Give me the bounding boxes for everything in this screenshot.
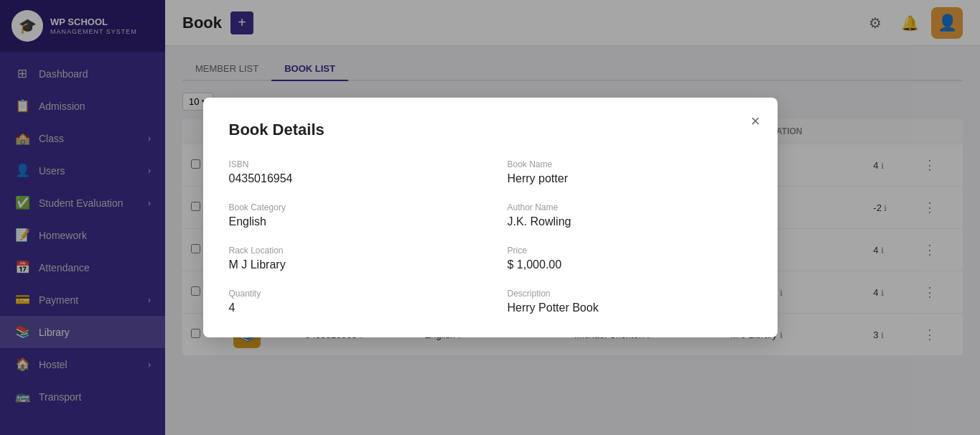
modal-overlay[interactable]: Book Details × ISBN 0435016954 Book Name… [0, 0, 980, 435]
price-value: $ 1,000.00 [508, 258, 752, 271]
author-name-label: Author Name [508, 202, 752, 212]
book-category-field: Book Category English [229, 202, 473, 228]
rack-location-label: Rack Location [229, 245, 473, 256]
rack-location-value: M J Library [229, 258, 473, 271]
isbn-field: ISBN 0435016954 [229, 159, 473, 185]
rack-location-field: Rack Location M J Library [229, 245, 473, 271]
book-category-label: Book Category [229, 202, 473, 212]
description-label: Description [508, 289, 752, 299]
author-name-value: J.K. Rowling [508, 215, 752, 228]
book-name-label: Book Name [508, 159, 752, 169]
modal-fields: ISBN 0435016954 Book Name Herry potter B… [229, 159, 752, 314]
description-field: Description Herry Potter Book [508, 289, 752, 314]
isbn-value: 0435016954 [229, 172, 473, 185]
quantity-field: Quantity 4 [229, 289, 473, 314]
book-name-field: Book Name Herry potter [508, 159, 752, 185]
price-field: Price $ 1,000.00 [508, 245, 752, 271]
quantity-label: Quantity [229, 289, 473, 299]
close-button[interactable]: × [751, 112, 760, 131]
isbn-label: ISBN [229, 159, 473, 169]
quantity-value: 4 [229, 301, 473, 314]
book-details-modal: Book Details × ISBN 0435016954 Book Name… [203, 98, 778, 337]
price-label: Price [508, 245, 752, 256]
description-value: Herry Potter Book [508, 301, 752, 314]
author-name-field: Author Name J.K. Rowling [508, 202, 752, 228]
modal-title: Book Details [229, 121, 752, 139]
book-category-value: English [229, 215, 473, 228]
book-name-value: Herry potter [508, 172, 752, 185]
